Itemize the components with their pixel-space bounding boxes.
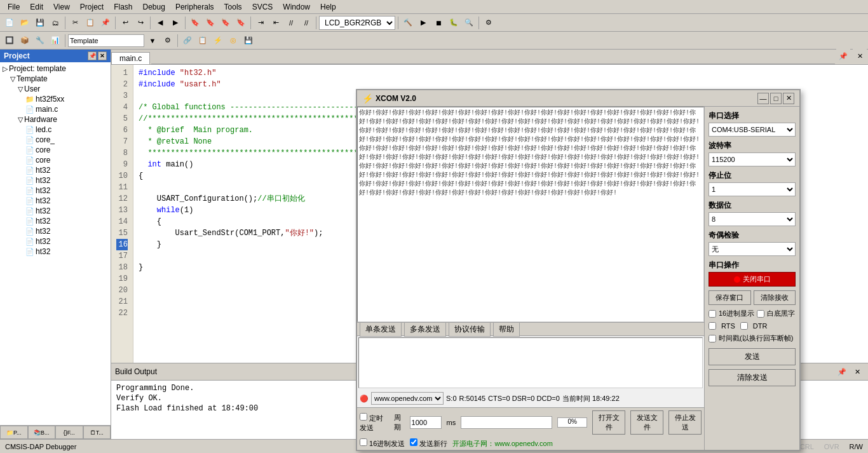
menu-debug[interactable]: Debug (138, 1, 170, 13)
build-pin-btn[interactable]: 📌 (835, 365, 849, 379)
build-button[interactable]: 🔨 (401, 16, 415, 30)
menu-peripherals[interactable]: Peripherals (170, 1, 219, 13)
xcom-send-btn[interactable]: 发送 (709, 348, 796, 365)
xcom-output-area[interactable]: 你好!你好!你好!你好!你好!你好!你好!你好!你好!你好!你好!你好!你好!你… (357, 107, 704, 322)
newline-send-checkbox[interactable] (410, 438, 417, 446)
xcom-tab-single[interactable]: 单条发送 (360, 322, 402, 337)
tree-item-ht7[interactable]: 📄 ht32 (1, 226, 109, 236)
rts-checkbox[interactable] (709, 322, 716, 330)
search-button[interactable]: 🔍 (462, 16, 476, 30)
baud-select[interactable]: 115200 (709, 152, 796, 166)
panel-close-btn[interactable]: ✕ (98, 51, 107, 60)
save-window-btn[interactable]: 保存窗口 (709, 290, 751, 305)
redo-button[interactable]: ↪ (133, 16, 147, 30)
send-file-btn[interactable]: 发送文件 (630, 410, 663, 435)
menu-view[interactable]: View (48, 1, 75, 13)
tb2-flash-btn[interactable]: ⚡ (211, 34, 225, 48)
parity-select[interactable]: 无 (709, 242, 796, 256)
nav-fwd-button[interactable]: ▶ (168, 16, 182, 30)
xcom-clear-send-btn[interactable]: 清除发送 (709, 369, 796, 386)
bookmark-button[interactable]: 🔖 (188, 16, 202, 30)
uncomment-button[interactable]: // (299, 16, 313, 30)
menu-window[interactable]: Window (278, 1, 315, 13)
tb2-btn1[interactable]: 🔲 (3, 34, 17, 48)
tree-item-ht2[interactable]: 📄 ht32 (1, 175, 109, 186)
timestamp-checkbox[interactable] (709, 335, 716, 342)
xcom-tab-protocol[interactable]: 协议传输 (449, 322, 491, 337)
tree-item-ledc[interactable]: 📄 led.c (1, 125, 109, 135)
hex-send-checkbox[interactable] (360, 438, 367, 446)
bookmark4-button[interactable]: 🔖 (234, 16, 248, 30)
tree-item-project[interactable]: ▷ Project: template (1, 64, 109, 74)
tb2-dropdown-btn[interactable]: ▼ (146, 34, 159, 48)
indent-button[interactable]: ⇥ (254, 16, 268, 30)
build-close-btn[interactable]: ✕ (850, 365, 864, 379)
tree-item-ht3[interactable]: 📄 ht32 (1, 186, 109, 196)
comment-button[interactable]: // (284, 16, 298, 30)
tree-item-ht9[interactable]: 📄 ht32 (1, 247, 109, 257)
tree-item-ht32f5xx[interactable]: 📁 ht32f5xx (1, 94, 109, 104)
editor-tab-mainc[interactable]: main.c (111, 52, 150, 64)
dtr-checkbox[interactable] (740, 322, 748, 330)
tree-item-core1[interactable]: 📄 core_ (1, 135, 109, 145)
tree-item-core2[interactable]: 📄 core (1, 145, 109, 155)
panel-undock-btn[interactable]: 📌 (88, 51, 97, 60)
tb2-settings-btn[interactable]: ⚙ (161, 34, 175, 48)
bookmark2-button[interactable]: 🔖 (203, 16, 217, 30)
debug-button[interactable]: 🐛 (447, 16, 461, 30)
save-all-button[interactable]: 🗂 (48, 16, 62, 30)
nav-back-button[interactable]: ◀ (153, 16, 167, 30)
xcom-maximize-btn[interactable]: □ (770, 93, 782, 104)
data-select[interactable]: 8 (709, 212, 796, 226)
target-dropdown[interactable]: LCD_BGR2RGB (319, 16, 395, 30)
menu-help[interactable]: Help (315, 1, 341, 13)
copy-button[interactable]: 📋 (83, 16, 97, 30)
paste-button[interactable]: 📌 (98, 16, 112, 30)
xcom-tab-help[interactable]: 帮助 (493, 322, 520, 337)
tb2-copy-btn[interactable]: 📋 (196, 34, 210, 48)
tb2-btn4[interactable]: 📊 (48, 34, 62, 48)
tb2-erase-btn[interactable]: ◎ (226, 34, 240, 48)
stop-select[interactable]: 1 (709, 182, 796, 196)
xcom-input-field[interactable] (358, 337, 703, 388)
tb2-btn2[interactable]: 📦 (18, 34, 32, 48)
tree-item-ht8[interactable]: 📄 ht32 (1, 236, 109, 247)
xcom-tab-multi[interactable]: 多条发送 (404, 322, 446, 337)
tab-proj[interactable]: 📁P... (0, 426, 28, 439)
tb2-program-btn[interactable]: 💾 (241, 34, 255, 48)
cut-button[interactable]: ✂ (68, 16, 82, 30)
tree-item-template[interactable]: ▽ Template (1, 74, 109, 84)
bookmark3-button[interactable]: 🔖 (219, 16, 233, 30)
tb2-btn3[interactable]: 🔧 (33, 34, 47, 48)
hex-display-checkbox[interactable] (709, 310, 716, 318)
unindent-button[interactable]: ⇤ (269, 16, 283, 30)
open-file-btn[interactable]: 打开文件 (592, 410, 625, 435)
tab-templ[interactable]: 🗒T... (83, 426, 111, 439)
editor-pin-btn[interactable]: 📌 (836, 49, 850, 63)
xcom-port-select2[interactable]: www.openedv.com (371, 392, 444, 405)
menu-flash[interactable]: Flash (109, 1, 137, 13)
menu-tools[interactable]: Tools (219, 1, 247, 13)
send-text-input[interactable] (461, 416, 552, 429)
tree-item-core3[interactable]: 📄 core (1, 155, 109, 165)
tree-item-mainc[interactable]: 📄 main.c (1, 104, 109, 114)
xcom-close-btn[interactable]: ✕ (783, 93, 794, 104)
menu-svcs[interactable]: SVCS (247, 1, 278, 13)
stop-send-btn[interactable]: 停止发送 (668, 410, 702, 435)
tree-item-ht5[interactable]: 📄 ht32 (1, 206, 109, 216)
tree-item-hardware[interactable]: ▽ Hardware (1, 114, 109, 125)
template-input[interactable] (68, 34, 144, 47)
tb2-green-btn[interactable]: 🔗 (180, 34, 194, 48)
clear-receive-btn[interactable]: 清除接收 (754, 290, 796, 305)
timer-send-checkbox[interactable] (360, 413, 367, 421)
open-button[interactable]: 📂 (18, 16, 32, 30)
save-button[interactable]: 💾 (33, 16, 47, 30)
menu-edit[interactable]: Edit (25, 1, 48, 13)
stop-button[interactable]: ⏹ (431, 16, 445, 30)
new-button[interactable]: 📄 (3, 16, 17, 30)
serial-select[interactable]: COM4:USB-SERIAL (709, 123, 796, 137)
close-port-btn[interactable]: 关闭串口 (709, 272, 796, 287)
tree-item-user[interactable]: ▽ User (1, 84, 109, 94)
open-source-link[interactable]: 开源电子网：www.openedv.com (452, 439, 553, 449)
tab-books[interactable]: 📚B... (28, 426, 56, 439)
